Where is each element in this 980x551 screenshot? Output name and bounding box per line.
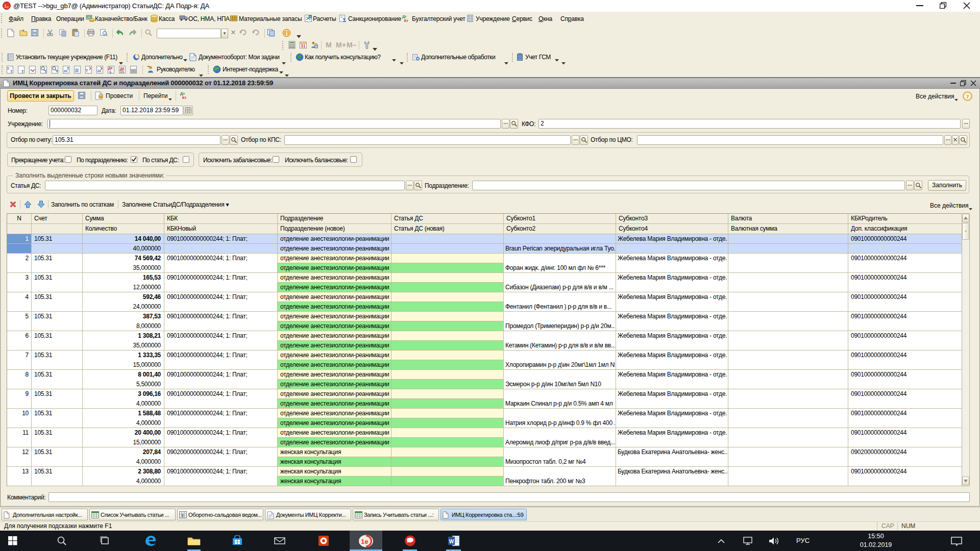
svg-text:31: 31 bbox=[301, 43, 306, 48]
svg-text:T: T bbox=[21, 70, 24, 73]
svg-text:1е: 1е bbox=[361, 538, 368, 545]
svg-text:T: T bbox=[67, 67, 69, 70]
svg-text:е: е bbox=[7, 5, 9, 9]
svg-text:Σ: Σ bbox=[7, 66, 10, 70]
svg-text:ДК: ДК bbox=[120, 67, 125, 71]
svg-text:Кт: Кт bbox=[182, 95, 187, 99]
svg-text:T: T bbox=[44, 70, 47, 73]
svg-text:Σ: Σ bbox=[343, 17, 347, 22]
svg-text:?: ? bbox=[966, 93, 969, 99]
svg-text:T: T bbox=[86, 69, 88, 72]
svg-text:T: T bbox=[10, 70, 13, 73]
svg-text:Σ: Σ bbox=[109, 70, 112, 74]
svg-text:Кт: Кт bbox=[404, 18, 408, 22]
svg-text:W: W bbox=[449, 539, 454, 544]
